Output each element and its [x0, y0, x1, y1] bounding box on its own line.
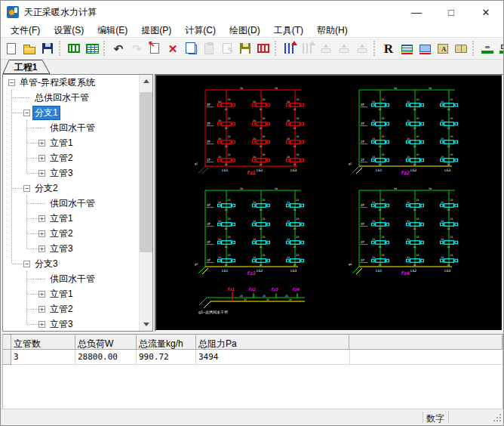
menu-item-5[interactable]: 计算(C)	[178, 23, 223, 38]
scroll-down-icon[interactable]	[140, 318, 152, 331]
svg-text:25: 25	[228, 218, 231, 221]
expand-icon[interactable]: +	[38, 321, 45, 328]
insert-riser-icon[interactable]	[281, 40, 298, 57]
menu-item-1[interactable]: 文件(F)	[4, 23, 47, 38]
radiator-R-icon[interactable]: R	[380, 40, 397, 57]
svg-text:25: 25	[382, 236, 385, 239]
collapse-icon[interactable]: −	[23, 110, 30, 116]
scroll-up-icon[interactable]	[140, 75, 152, 88]
expand-icon[interactable]: +	[38, 170, 45, 177]
new-file-icon[interactable]	[3, 40, 20, 57]
data-grid-icon[interactable]	[84, 40, 100, 57]
expand-icon[interactable]: +	[38, 140, 45, 147]
menu-item-7[interactable]: 工具(T)	[267, 23, 310, 38]
system-table-icon[interactable]	[66, 40, 82, 57]
svg-text:25: 25	[450, 254, 453, 257]
svg-text:25: 25	[297, 98, 300, 101]
svg-text:15: 15	[379, 245, 382, 248]
expand-icon[interactable]: +	[38, 291, 45, 298]
results-table-panel: 立管数总负荷W总流量kg/h总阻力Pa 328800.00990.723494	[2, 334, 503, 409]
svg-text:25: 25	[240, 295, 243, 298]
menu-item-2[interactable]: 设置(S)	[47, 23, 91, 38]
svg-text:24: 24	[441, 137, 444, 140]
tree-item-4[interactable]: 供回水干管	[3, 120, 140, 135]
toolbar-grip	[103, 41, 107, 56]
svg-text:24: 24	[441, 119, 444, 122]
tree-item-6[interactable]: +立管2	[3, 150, 140, 165]
svg-text:15: 15	[293, 227, 297, 230]
tree-item-11[interactable]: +立管2	[3, 226, 140, 241]
svg-text:15: 15	[447, 145, 450, 148]
svg-text:25: 25	[228, 153, 231, 156]
minimize-button[interactable]: —	[399, 1, 434, 23]
close-button[interactable]: ✕	[469, 1, 503, 23]
tree-item-3[interactable]: −分支1	[3, 105, 140, 120]
cad-drawing-panel[interactable]: g15050LG1241525241525241525241525LG22415…	[155, 74, 503, 332]
tree-item-7[interactable]: +立管3	[3, 165, 140, 181]
tree-item-5[interactable]: +立管1	[3, 135, 140, 150]
row-header-cell[interactable]	[3, 350, 11, 365]
svg-text:24: 24	[407, 119, 410, 122]
expand-icon[interactable]: +	[38, 215, 45, 222]
pipe-dn-icon[interactable]: DN	[497, 40, 503, 57]
delete-icon[interactable]: ✕	[164, 40, 181, 57]
scrollbar-thumb[interactable]	[140, 92, 152, 252]
resize-grip-icon[interactable]	[499, 414, 501, 415]
collapse-icon[interactable]: −	[23, 185, 30, 192]
manual-book-icon[interactable]	[453, 40, 469, 57]
column-header-4[interactable]: 总阻力Pa	[196, 335, 349, 350]
toolbar: ↶↷✕R∞DN	[1, 37, 503, 60]
font-book-icon[interactable]	[435, 40, 451, 57]
svg-text:15: 15	[447, 108, 450, 111]
tree-item-9[interactable]: 供回水干管	[3, 196, 140, 211]
column-header-3[interactable]: 总流量kg/h	[137, 335, 196, 350]
expand-icon[interactable]: +	[38, 306, 45, 313]
project-tree-panel: −单管-异程采暖系统总供回水干管−分支1供回水干管+立管1+立管2+立管3−分支…	[2, 74, 153, 332]
export-save-icon[interactable]	[237, 40, 254, 57]
svg-text:15: 15	[379, 127, 382, 130]
menu-item-6[interactable]: 绘图(D)	[223, 23, 267, 38]
svg-text:25: 25	[416, 153, 419, 156]
open-folder-icon[interactable]	[21, 40, 38, 57]
tree-item-10[interactable]: +立管1	[3, 211, 140, 226]
collapse-icon[interactable]: −	[8, 79, 15, 86]
preview-screen-icon[interactable]	[416, 40, 433, 57]
tree-item-12[interactable]: +立管3	[3, 241, 140, 256]
tree-item-8[interactable]: −分支2	[3, 181, 140, 196]
svg-text:15: 15	[293, 163, 297, 166]
redo-icon: ↷	[128, 40, 145, 57]
tree-item-1[interactable]: −单管-异程采暖系统	[3, 75, 140, 90]
tree-item-16[interactable]: +立管2	[3, 301, 140, 316]
expand-icon[interactable]: +	[38, 155, 45, 162]
svg-text:g1—总供回水干管: g1—总供回水干管	[198, 310, 228, 315]
pipe-loop-icon[interactable]: ∞	[479, 40, 496, 57]
copy-reference-icon[interactable]	[146, 40, 163, 57]
red-table-icon[interactable]	[255, 40, 272, 57]
column-header-1[interactable]: 立管数	[11, 335, 75, 350]
undo-icon[interactable]: ↶	[110, 40, 127, 57]
collapse-icon[interactable]: −	[23, 261, 30, 267]
tree-item-2[interactable]: 总供回水干管	[3, 90, 140, 105]
maximize-button[interactable]: □	[434, 1, 469, 23]
tree-scrollbar[interactable]	[139, 75, 152, 331]
menu-item-4[interactable]: 提图(P)	[134, 23, 178, 38]
save-icon[interactable]	[39, 40, 56, 57]
svg-text:24: 24	[253, 156, 256, 159]
expand-icon[interactable]: +	[38, 230, 45, 237]
copy-icon[interactable]	[183, 40, 199, 57]
tree-item-13[interactable]: −分支3	[3, 256, 140, 271]
expand-icon[interactable]: +	[38, 245, 45, 252]
tree-item-17[interactable]: +立管3	[3, 316, 140, 331]
tree-item-15[interactable]: +立管1	[3, 286, 140, 301]
tree-item-14[interactable]: 供回水干管	[3, 271, 140, 286]
menu-item-8[interactable]: 帮助(H)	[310, 23, 355, 38]
calc-table-icon[interactable]	[398, 40, 415, 57]
tab-project1[interactable]: 工程1	[2, 60, 52, 74]
column-header-2[interactable]: 总负荷W	[75, 335, 137, 350]
cad-canvas[interactable]: g15050LG1241525241525241525241525LG22415…	[156, 76, 502, 330]
menu-item-3[interactable]: 编辑(E)	[91, 23, 134, 38]
svg-text:15: 15	[413, 264, 416, 267]
svg-text:25: 25	[263, 236, 266, 239]
table-row[interactable]: 328800.00990.723494	[3, 350, 502, 365]
svg-text:LG3: LG3	[444, 269, 450, 273]
